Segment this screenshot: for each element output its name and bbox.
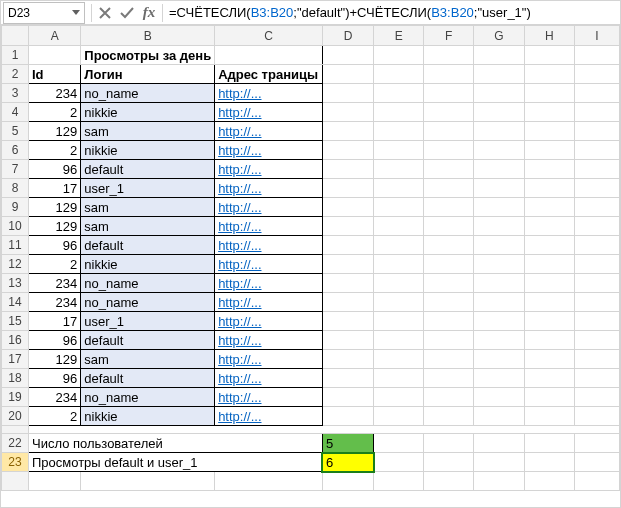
col-header-B[interactable]: B: [81, 26, 215, 46]
col-header-F[interactable]: F: [424, 26, 474, 46]
cell[interactable]: [322, 141, 373, 160]
cell[interactable]: [524, 331, 574, 350]
col-header-I[interactable]: I: [575, 26, 620, 46]
cell[interactable]: [575, 453, 620, 472]
cell-id[interactable]: 129: [28, 198, 80, 217]
cell[interactable]: [424, 217, 474, 236]
cell-url[interactable]: http://...: [215, 122, 323, 141]
select-all-corner[interactable]: [2, 26, 29, 46]
cell[interactable]: [374, 293, 424, 312]
row-header[interactable]: 6: [2, 141, 29, 160]
cell[interactable]: [575, 434, 620, 453]
cell-login[interactable]: sam: [81, 198, 215, 217]
cell[interactable]: [474, 65, 524, 84]
row-header[interactable]: 16: [2, 331, 29, 350]
cell[interactable]: [524, 312, 574, 331]
cell-login[interactable]: default: [81, 236, 215, 255]
spreadsheet-grid[interactable]: A B C D E F G H I 1 Просмотры за день 2 …: [1, 25, 620, 491]
cell[interactable]: [474, 141, 524, 160]
cell-url[interactable]: http://...: [215, 217, 323, 236]
cell[interactable]: [424, 388, 474, 407]
cell[interactable]: [424, 274, 474, 293]
cell[interactable]: [474, 453, 524, 472]
cell[interactable]: [575, 236, 620, 255]
cell[interactable]: [374, 236, 424, 255]
cell[interactable]: [424, 453, 474, 472]
cell-id[interactable]: 2: [28, 407, 80, 426]
cell[interactable]: [474, 369, 524, 388]
cell[interactable]: [575, 255, 620, 274]
cell-login[interactable]: nikkie: [81, 141, 215, 160]
cell[interactable]: [524, 407, 574, 426]
row-header[interactable]: 5: [2, 122, 29, 141]
cell[interactable]: [524, 103, 574, 122]
cell[interactable]: [424, 160, 474, 179]
cell[interactable]: [524, 46, 574, 65]
cell[interactable]: [374, 407, 424, 426]
cell-login[interactable]: sam: [81, 350, 215, 369]
col-header-D[interactable]: D: [322, 26, 373, 46]
col-header-A[interactable]: A: [28, 26, 80, 46]
cell-id[interactable]: 17: [28, 179, 80, 198]
cell[interactable]: [424, 331, 474, 350]
row-header[interactable]: 7: [2, 160, 29, 179]
cell-login[interactable]: nikkie: [81, 407, 215, 426]
cell-url[interactable]: http://...: [215, 312, 323, 331]
cell[interactable]: [322, 472, 373, 491]
cell-id[interactable]: 129: [28, 217, 80, 236]
cell[interactable]: [424, 255, 474, 274]
cell-id[interactable]: 2: [28, 255, 80, 274]
cell[interactable]: [474, 46, 524, 65]
cell[interactable]: [322, 103, 373, 122]
cell[interactable]: [424, 179, 474, 198]
cell[interactable]: [424, 122, 474, 141]
cell[interactable]: [524, 434, 574, 453]
cell-login[interactable]: user_1: [81, 312, 215, 331]
title[interactable]: Просмотры за день: [81, 46, 215, 65]
cell[interactable]: [524, 453, 574, 472]
cell-id[interactable]: 17: [28, 312, 80, 331]
cell-id[interactable]: 129: [28, 350, 80, 369]
cell-id[interactable]: 96: [28, 369, 80, 388]
cell[interactable]: [374, 388, 424, 407]
row-header[interactable]: 23: [2, 453, 29, 472]
col-header-C[interactable]: C: [215, 26, 323, 46]
cell-url[interactable]: http://...: [215, 350, 323, 369]
cell[interactable]: [322, 84, 373, 103]
cell[interactable]: [424, 141, 474, 160]
cell[interactable]: [474, 160, 524, 179]
cell-id[interactable]: 129: [28, 122, 80, 141]
cell[interactable]: [322, 331, 373, 350]
cell[interactable]: [524, 122, 574, 141]
header-login[interactable]: Логин: [81, 65, 215, 84]
cell[interactable]: [575, 46, 620, 65]
cell[interactable]: [474, 236, 524, 255]
cell-login[interactable]: no_name: [81, 274, 215, 293]
cell[interactable]: [424, 369, 474, 388]
cell[interactable]: [322, 350, 373, 369]
cell[interactable]: [322, 255, 373, 274]
cell-login[interactable]: sam: [81, 122, 215, 141]
cell[interactable]: [322, 160, 373, 179]
cell[interactable]: [524, 350, 574, 369]
row-header-collapsed[interactable]: [2, 426, 29, 434]
row-header[interactable]: 4: [2, 103, 29, 122]
cell[interactable]: [424, 236, 474, 255]
cell-url[interactable]: http://...: [215, 293, 323, 312]
name-box[interactable]: D23: [3, 2, 85, 24]
cell-url[interactable]: http://...: [215, 160, 323, 179]
cell[interactable]: [322, 407, 373, 426]
cell-url[interactable]: http://...: [215, 84, 323, 103]
cell[interactable]: [474, 407, 524, 426]
row-header[interactable]: 10: [2, 217, 29, 236]
cell[interactable]: [575, 407, 620, 426]
cell[interactable]: [374, 274, 424, 293]
cell-url[interactable]: http://...: [215, 103, 323, 122]
cancel-icon[interactable]: [94, 3, 116, 23]
cell-id[interactable]: 234: [28, 293, 80, 312]
cell[interactable]: [322, 312, 373, 331]
cell[interactable]: [474, 388, 524, 407]
cell[interactable]: [575, 293, 620, 312]
cell-login[interactable]: no_name: [81, 388, 215, 407]
cell[interactable]: [474, 350, 524, 369]
